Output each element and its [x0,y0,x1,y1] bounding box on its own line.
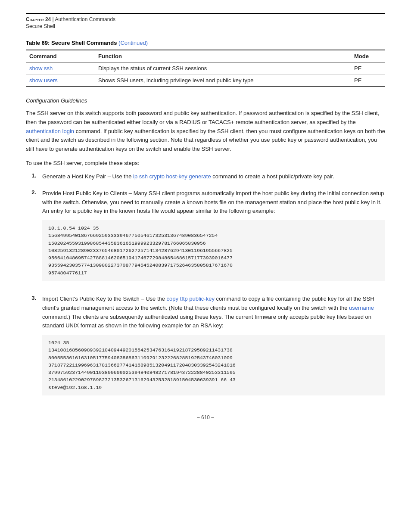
step-3-text-before: Import Client's Public Key to the Switch… [42,296,167,302]
col-header-mode: Mode [351,50,385,62]
step-3-content: Import Client's Public Key to the Switch… [42,295,385,401]
step-1: 1. Generate a Host Key Pair – Use the ip… [26,172,385,181]
step-2: 2. Provide Host Public Key to Clients – … [26,189,385,287]
config-paragraph-1: The SSH server on this switch supports b… [26,109,385,154]
function-cell: Shows SSH users, including privilege lev… [95,75,351,87]
table-continued: (Continued) [118,40,148,46]
mode-cell: PE [351,62,385,75]
step-2-number: 2. [26,189,36,287]
chapter-label: Chapter 24 [26,16,51,22]
username-link[interactable]: username [349,305,374,311]
command-cell: show users [26,75,95,87]
show-ssh-link[interactable]: show ssh [29,65,53,72]
step-2-text: Provide Host Public Key to Clients – Man… [42,190,384,215]
commands-table: Command Function Mode show ssh Displays … [26,50,385,87]
step-2-code: 10.1.0.54 1024 35 1568499540186766925933… [42,220,385,281]
table-row: show users Shows SSH users, including pr… [26,75,385,87]
config-guidelines-section: Configuration Guidelines The SSH server … [26,97,385,401]
table-title: Table 69: Secure Shell Commands (Continu… [26,40,385,46]
steps-list: 1. Generate a Host Key Pair – Use the ip… [26,172,385,401]
steps-intro: To use the SSH server, complete these st… [26,160,385,166]
host-key-generate-link[interactable]: ip ssh crypto host-key generate [133,173,211,180]
step-3-number: 3. [26,295,36,401]
table-title-text: Table 69: Secure Shell Commands [26,40,117,46]
show-users-link[interactable]: show users [29,77,58,84]
header-subtitle: Secure Shell [26,23,115,29]
step-1-content: Generate a Host Key Pair – Use the ip ss… [42,172,385,181]
step-1-text-after: command to create a host public/private … [211,173,334,180]
page-footer: – 610 – [26,414,385,420]
col-header-command: Command [26,50,95,62]
page: Chapter 24 | Authentication Commands Sec… [0,0,411,438]
table-row: show ssh Displays the status of current … [26,62,385,75]
step-3: 3. Import Client's Public Key to the Swi… [26,295,385,401]
header-left: Chapter 24 | Authentication Commands Sec… [26,16,115,29]
auth-login-link[interactable]: authentication login [26,128,74,134]
show-users-function-text: Shows SSH users, including privilege lev… [98,77,254,84]
page-number: – 610 – [197,414,214,420]
header-separator: | [51,16,55,22]
step-1-text-before: Generate a Host Key Pair – Use the [42,173,133,180]
command-cell: show ssh [26,62,95,75]
step-1-number: 1. [26,172,36,181]
col-header-function: Function [95,50,351,62]
step-2-content: Provide Host Public Key to Clients – Man… [42,189,385,287]
step-3-code: 1024 35 13410816856098939210409449201554… [42,335,385,395]
page-header: Chapter 24 | Authentication Commands Sec… [26,13,385,29]
config-guidelines-heading: Configuration Guidelines [26,97,385,104]
mode-cell: PE [351,75,385,87]
function-cell: Displays the status of current SSH sessi… [95,62,351,75]
copy-tftp-link[interactable]: copy tftp public-key [167,296,215,302]
chapter-title: Authentication Commands [55,16,115,22]
table-header-row: Command Function Mode [26,50,385,62]
